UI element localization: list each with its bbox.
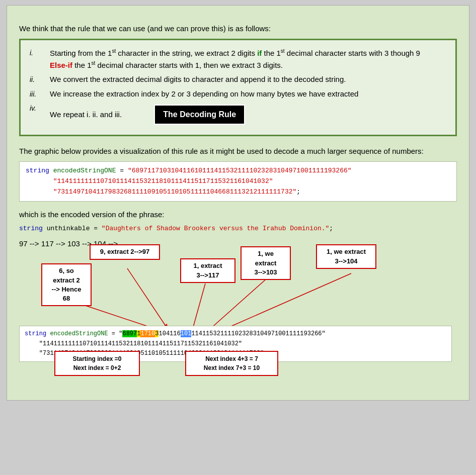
svg-line-3 bbox=[225, 273, 351, 329]
main-page: We think that the rule that we can use (… bbox=[7, 5, 469, 401]
code-indent bbox=[26, 177, 49, 185]
code-rest-line1: 114115321111023283104971001111193266" bbox=[191, 330, 325, 337]
rule-box: i. Starting from the 1st character in th… bbox=[19, 39, 457, 136]
code-value-line1: "689711710310411610111411532111102328310… bbox=[128, 167, 352, 174]
graphic-text: The graphic below provides a visualizati… bbox=[19, 145, 457, 157]
unthinkable-varname: unthinkable bbox=[47, 225, 94, 232]
rule-num-ii: ii. bbox=[30, 74, 50, 85]
unthinkable-equals: = bbox=[94, 225, 102, 232]
code-value-line2: "114111111110710111411532118101114115117… bbox=[53, 177, 273, 185]
code-varname-encoded: encodedStringONE bbox=[53, 167, 116, 174]
rule-num-iii: iii. bbox=[30, 88, 50, 100]
rule-item-ii: ii. We convert the extracted decimal dig… bbox=[30, 74, 446, 85]
rule-num-i: i. bbox=[30, 47, 50, 71]
rule-list: i. Starting from the 1st character in th… bbox=[30, 47, 446, 125]
callout-1-extract-3-104: 1, we extract3-->104 bbox=[316, 244, 376, 268]
viz-code-varname: encodedStringONE bbox=[50, 330, 108, 337]
index-box-start: Starting index =0Next index = 0+2 bbox=[54, 351, 140, 376]
code-104116: 104116 bbox=[158, 330, 180, 337]
code-semicolon: ; bbox=[296, 188, 300, 196]
visualization-area: 97 --> 9, extract 2-->97 117 --> 1, extr… bbox=[19, 239, 457, 390]
intro-text: We think that the rule that we can use (… bbox=[19, 23, 457, 35]
unthinkable-value: "Daughters of Shadow Brookers versus the… bbox=[102, 225, 329, 232]
svg-line-2 bbox=[210, 279, 266, 329]
callout-1-extract-3-103: 1, weextract3-->103 bbox=[241, 246, 291, 280]
viz-equals: = " bbox=[112, 330, 123, 337]
svg-line-0 bbox=[127, 268, 168, 329]
code-value-line3: "731149710411798326811110910511010511111… bbox=[53, 188, 297, 196]
hl-101: 101 bbox=[181, 330, 192, 337]
code-keyword-string: string bbox=[26, 167, 49, 174]
hl-1710: 1710 bbox=[140, 330, 155, 337]
rule-item-i: i. Starting from the 1st character in th… bbox=[30, 47, 446, 71]
index-box-next: Next index 4+3 = 7Next index 7+3 = 10 bbox=[185, 351, 278, 376]
callout-6-extract-2-68: 6, soextract 2--> Hence68 bbox=[41, 263, 92, 306]
viz-indent: "114111111110710111411532118101114115117… bbox=[25, 340, 242, 347]
hl-6897: 6897 bbox=[122, 330, 137, 337]
callout-9-extract-2-97: 9, extract 2-->97 bbox=[90, 244, 160, 259]
rule-text-i: Starting from the 1st character in the s… bbox=[50, 47, 446, 71]
rule-item-iv: iv. We repeat i. ii. and iii. The Decodi… bbox=[30, 103, 446, 125]
rule-text-ii: We convert the extracted decimal digits … bbox=[50, 74, 446, 85]
encoded-version-text: which is the encoded version of the phra… bbox=[19, 209, 457, 221]
unthinkable-keyword: string bbox=[19, 225, 43, 232]
rule-text-iii: We increase the extraction index by 2 or… bbox=[50, 88, 446, 100]
viz-code-keyword: string bbox=[25, 330, 46, 337]
decoding-rule-label: The Decoding Rule bbox=[154, 105, 245, 125]
unthinkable-code-line: string unthinkable = "Daughters of Shado… bbox=[19, 225, 457, 232]
unthinkable-semi: ; bbox=[329, 225, 333, 232]
encoded-string-code-block: string encodedStringONE = "6897117103104… bbox=[19, 161, 457, 202]
svg-line-1 bbox=[193, 283, 205, 329]
else-if-label: Else-if bbox=[50, 61, 72, 69]
code-indent2 bbox=[26, 188, 49, 196]
rule-num-iv: iv. bbox=[30, 103, 50, 125]
callout-1-extract-3-117: 1, extract3-->117 bbox=[180, 258, 235, 282]
rule-item-iii: iii. We increase the extraction index by… bbox=[30, 88, 446, 100]
rule-text-iv: We repeat i. ii. and iii. The Decoding R… bbox=[50, 103, 446, 125]
svg-line-4 bbox=[80, 304, 155, 329]
code-equals: = bbox=[120, 167, 128, 174]
